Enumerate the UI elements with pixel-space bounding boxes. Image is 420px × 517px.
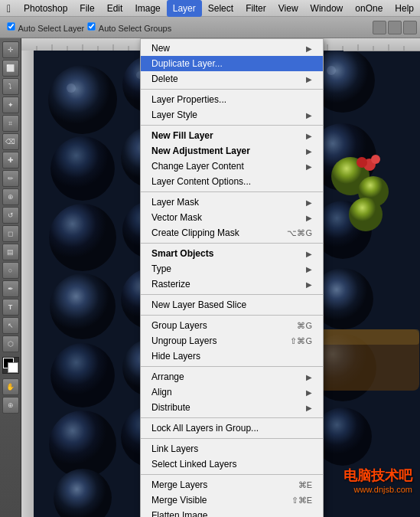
- menu-item-lock-all-layers[interactable]: Lock All Layers in Group...: [141, 420, 323, 436]
- menu-item-new-fill-layer[interactable]: New Fill Layer ▶: [141, 128, 323, 143]
- watermark: 电脑技术吧 www.dnjsb.com: [343, 466, 412, 494]
- watermark-line1: 电脑技术吧: [343, 466, 412, 485]
- auto-select-groups-checkbox[interactable]: [88, 22, 96, 30]
- stamp-tool[interactable]: ⊕: [2, 188, 19, 205]
- auto-select-groups-label: Auto Select Groups: [99, 24, 171, 33]
- menu-item-merge-layers[interactable]: Merge Layers ⌘E: [141, 477, 323, 492]
- svg-point-28: [48, 65, 117, 134]
- menu-item-vector-mask[interactable]: Vector Mask ▶: [141, 210, 323, 225]
- toolbar: Auto Select Layer Auto Select Groups: [0, 17, 420, 38]
- menu-item-group-layers[interactable]: Group Layers ⌘G: [141, 318, 323, 333]
- view-menu[interactable]: View: [272, 0, 304, 17]
- ruler-vertical: [21, 51, 34, 517]
- foreground-background-colors[interactable]: [2, 357, 19, 374]
- svg-point-38: [49, 411, 116, 478]
- auto-select-label: Auto Select Layer: [18, 24, 84, 33]
- toolbar-icon3[interactable]: [403, 21, 417, 34]
- menu-item-select-linked-layers[interactable]: Select Linked Layers: [141, 456, 323, 472]
- path-select-tool[interactable]: ↖: [2, 317, 19, 334]
- eyedropper-tool[interactable]: ⌫: [2, 133, 19, 150]
- history-tool[interactable]: ↺: [2, 207, 19, 224]
- menu-bar:  Photoshop File Edit Image Layer Select…: [0, 0, 420, 17]
- eraser-tool[interactable]: ◻: [2, 225, 19, 242]
- tools-panel: ✛ ⬜ ⤵ ✦ ⌗ ⌫ ✚ ✏ ⊕ ↺ ◻ ▤ ○ ✒ T ↖ ⬡ ✋ ⊕: [0, 38, 21, 517]
- separator-6: [141, 315, 323, 316]
- filter-menu[interactable]: Filter: [239, 0, 272, 17]
- zoom-tool[interactable]: ⊕: [2, 397, 19, 414]
- watermark-line2: www.dnjsb.com: [343, 485, 412, 494]
- move-tool[interactable]: ✛: [2, 41, 19, 58]
- toolbar-icon1[interactable]: [373, 21, 386, 34]
- menu-item-layer-content-options[interactable]: Layer Content Options...: [141, 174, 323, 189]
- menu-item-link-layers[interactable]: Link Layers: [141, 441, 323, 456]
- menu-item-ungroup-layers[interactable]: Ungroup Layers ⇧⌘G: [141, 333, 323, 348]
- toolbar-auto-select[interactable]: Auto Select Layer Auto Select Groups: [3, 21, 174, 33]
- main-area: ✛ ⬜ ⤵ ✦ ⌗ ⌫ ✚ ✏ ⊕ ↺ ◻ ▤ ○ ✒ T ↖ ⬡ ✋ ⊕: [0, 38, 420, 517]
- separator-10: [141, 474, 323, 475]
- separator-2: [141, 125, 323, 126]
- svg-point-56: [67, 83, 76, 93]
- separator-9: [141, 438, 323, 439]
- menu-item-layer-style[interactable]: Layer Style ▶: [141, 107, 323, 123]
- menu-item-flatten-image[interactable]: Flatten Image: [141, 508, 323, 517]
- menu-item-smart-objects[interactable]: Smart Objects ▶: [141, 246, 323, 261]
- svg-point-64: [357, 157, 367, 168]
- svg-point-34: [50, 273, 116, 339]
- marquee-tool[interactable]: ⬜: [2, 60, 19, 77]
- photoshop-menu[interactable]: Photoshop: [18, 0, 73, 17]
- menu-item-change-layer-content[interactable]: Change Layer Content ▶: [141, 159, 323, 174]
- separator-3: [141, 191, 323, 192]
- menu-item-arrange[interactable]: Arrange ▶: [141, 369, 323, 384]
- separator-4: [141, 243, 323, 244]
- svg-point-30: [50, 136, 115, 201]
- menu-item-hide-layers[interactable]: Hide Layers: [141, 348, 323, 364]
- separator-1: [141, 89, 323, 90]
- help-menu[interactable]: Help: [389, 0, 420, 17]
- svg-point-36: [50, 343, 115, 407]
- menu-item-layer-properties[interactable]: Layer Properties...: [141, 92, 323, 107]
- menu-item-duplicate-layer[interactable]: Duplicate Layer...: [141, 56, 323, 71]
- svg-point-59: [327, 66, 336, 75]
- menu-item-layer-mask[interactable]: Layer Mask ▶: [141, 195, 323, 210]
- separator-5: [141, 294, 323, 295]
- magic-wand-tool[interactable]: ✦: [2, 97, 19, 113]
- gradient-tool[interactable]: ▤: [2, 244, 19, 260]
- svg-point-63: [371, 155, 380, 164]
- healing-tool[interactable]: ✚: [2, 152, 19, 169]
- crop-tool[interactable]: ⌗: [2, 115, 19, 132]
- file-menu[interactable]: File: [73, 0, 100, 17]
- separator-7: [141, 366, 323, 367]
- brush-tool[interactable]: ✏: [2, 170, 19, 187]
- separator-8: [141, 417, 323, 418]
- apple-menu[interactable]: : [0, 0, 18, 17]
- menu-item-new-layer-based-slice[interactable]: New Layer Based Slice: [141, 297, 323, 312]
- toolbar-icon2[interactable]: [388, 21, 402, 34]
- menu-item-align[interactable]: Align ▶: [141, 384, 323, 400]
- svg-rect-26: [21, 51, 34, 517]
- menu-item-new[interactable]: New ▶: [141, 41, 323, 56]
- edit-menu[interactable]: Edit: [101, 0, 129, 17]
- menu-item-create-clipping-mask[interactable]: Create Clipping Mask ⌥⌘G: [141, 225, 323, 241]
- image-menu[interactable]: Image: [129, 0, 166, 17]
- menu-item-delete[interactable]: Delete ▶: [141, 71, 323, 87]
- lasso-tool[interactable]: ⤵: [2, 78, 19, 95]
- select-menu[interactable]: Select: [202, 0, 239, 17]
- dodge-tool[interactable]: ○: [2, 262, 19, 279]
- menu-item-rasterize[interactable]: Rasterize ▶: [141, 276, 323, 292]
- onone-menu[interactable]: onOne: [349, 0, 389, 17]
- svg-point-55: [349, 198, 383, 231]
- text-tool[interactable]: T: [2, 299, 19, 316]
- shape-tool[interactable]: ⬡: [2, 335, 19, 352]
- canvas-area: Before.tif @ 44.6 电脑技术吧 www.dnjsb.com Ne…: [21, 38, 420, 517]
- menu-item-type[interactable]: Type ▶: [141, 261, 323, 276]
- svg-point-32: [49, 204, 116, 271]
- menu-item-distribute[interactable]: Distribute ▶: [141, 400, 323, 415]
- layer-dropdown-menu: New ▶ Duplicate Layer... Delete ▶ Layer …: [140, 38, 324, 517]
- menu-item-merge-visible[interactable]: Merge Visible ⇧⌘E: [141, 492, 323, 508]
- menu-item-new-adjustment-layer[interactable]: New Adjustment Layer ▶: [141, 143, 323, 159]
- auto-select-checkbox[interactable]: [7, 22, 15, 30]
- pen-tool[interactable]: ✒: [2, 280, 19, 297]
- window-menu[interactable]: Window: [304, 0, 350, 17]
- layer-menu[interactable]: Layer: [167, 0, 202, 17]
- hand-tool[interactable]: ✋: [2, 378, 19, 395]
